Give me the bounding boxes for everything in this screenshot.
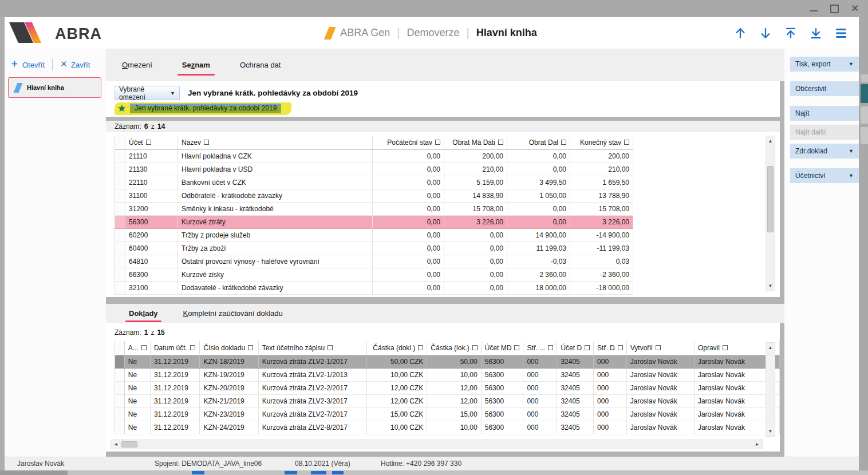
open-button[interactable]: Otevřít xyxy=(10,60,45,70)
column-header[interactable]: Počáteční stav xyxy=(373,136,444,150)
scrollbar-thumb[interactable] xyxy=(121,441,137,448)
maximize-button[interactable] xyxy=(830,5,839,13)
source-document-button[interactable]: Zdr.doklad▼ xyxy=(790,144,859,159)
table-row[interactable]: 21130Hlavní pokladna v USD0,00210,000,00… xyxy=(115,163,633,176)
row-gutter[interactable] xyxy=(115,242,125,255)
row-gutter[interactable] xyxy=(115,369,125,382)
column-filter-box[interactable] xyxy=(435,140,440,145)
row-gutter[interactable] xyxy=(115,382,125,395)
table-row[interactable]: 64810Ostatní provozní výnosy - haléřové … xyxy=(115,255,633,268)
table-row[interactable]: 66300Kurzové zisky0,000,002 360,00-2 360… xyxy=(115,268,633,282)
column-header[interactable]: Název xyxy=(178,136,373,150)
column-header[interactable]: Částka (lok.) xyxy=(427,341,481,355)
column-filter-box[interactable] xyxy=(328,345,333,350)
table-row[interactable]: 60200Tržby z prodeje služeb0,000,0014 90… xyxy=(115,229,633,242)
dock-tab[interactable] xyxy=(861,127,868,144)
ledger-vertical-scrollbar[interactable]: ▲ ▼ xyxy=(766,136,775,291)
table-row[interactable]: 32100Dodavatelé - krátkodobé závazky0,00… xyxy=(115,282,633,295)
row-gutter[interactable] xyxy=(115,176,125,189)
column-filter-box[interactable] xyxy=(190,345,195,350)
column-header[interactable]: A... xyxy=(124,341,150,355)
find-button[interactable]: Najít xyxy=(790,106,859,121)
column-filter-box[interactable] xyxy=(146,140,151,145)
column-filter-box[interactable] xyxy=(548,345,553,350)
close-button[interactable]: ✕ xyxy=(851,4,859,13)
row-gutter[interactable] xyxy=(115,255,125,268)
scroll-left-icon[interactable]: ◄ xyxy=(112,440,120,449)
table-row[interactable]: 31200Směnky k inkasu - krátkodobé0,0015 … xyxy=(115,203,633,216)
table-row[interactable]: 60400Tržby za zboží0,000,0011 199,03-11 … xyxy=(115,242,633,255)
table-row[interactable]: Ne31.12.2019KZN-19/2019Kurzová ztráta ZL… xyxy=(115,369,780,382)
row-gutter[interactable] xyxy=(115,282,125,295)
restriction-chip[interactable]: ★ Jen vybrané krátk. pohledávky za obdob… xyxy=(115,102,291,115)
column-filter-box[interactable] xyxy=(618,345,623,350)
table-row[interactable]: Ne31.12.2019KZN-18/2019Kurzová ztráta ZL… xyxy=(115,355,780,369)
scroll-up-icon[interactable]: ▲ xyxy=(766,343,775,352)
tab-doklady[interactable]: Doklady xyxy=(129,309,158,318)
table-row[interactable]: 56300Kurzové ztráty0,003 226,000,003 226… xyxy=(115,216,633,229)
table-row[interactable]: Ne31.12.2019KZN-20/2019Kurzová ztráta ZL… xyxy=(115,382,780,395)
column-header[interactable]: Stř. D xyxy=(594,341,627,355)
column-filter-box[interactable] xyxy=(514,345,519,350)
scroll-up-icon[interactable]: ▲ xyxy=(766,137,775,145)
row-gutter[interactable] xyxy=(115,189,125,203)
restriction-dropdown[interactable]: Vybrané omezení ▼ xyxy=(115,86,180,100)
arrow-up-icon[interactable] xyxy=(733,26,748,41)
minimize-button[interactable] xyxy=(810,10,818,11)
tab-kompletni-zauctovani[interactable]: Kompletní zaúčtování dokladu xyxy=(183,309,283,318)
table-row[interactable]: Ne31.12.2019KZN-21/2019Kurzová ztráta ZL… xyxy=(115,395,780,408)
arrow-first-icon[interactable] xyxy=(783,26,798,41)
table-row[interactable]: 22110Bankovní účet v CZK0,005 159,003 49… xyxy=(115,176,633,189)
column-filter-box[interactable] xyxy=(498,140,503,145)
column-filter-box[interactable] xyxy=(585,345,590,350)
table-row[interactable]: Ne31.12.2019KZN-23/2019Kurzová ztráta ZL… xyxy=(115,408,780,421)
column-header[interactable]: Datum účt. xyxy=(150,341,200,355)
sidebar-item-hlavni-kniha[interactable]: Hlavní kniha xyxy=(8,77,101,98)
table-row[interactable]: 31100Odběratelé - krátkodobé závazky0,00… xyxy=(115,189,633,203)
table-row[interactable]: 21110Hlavní pokladna v CZK0,00200,000,00… xyxy=(115,150,633,163)
scroll-right-icon[interactable]: ► xyxy=(753,440,762,449)
row-gutter[interactable] xyxy=(115,355,125,369)
tab-ochrana-dat[interactable]: Ochrana dat xyxy=(239,58,282,72)
column-header[interactable]: Číslo dokladu xyxy=(200,341,258,355)
scrollbar-thumb[interactable] xyxy=(767,166,774,232)
close-tab-button[interactable]: Zavřít xyxy=(60,60,90,69)
column-header[interactable]: Částka (dokl.) xyxy=(366,341,427,355)
arrow-last-icon[interactable] xyxy=(808,26,823,41)
table-row[interactable]: Ne31.12.2019KZN-24/2019Kurzová ztráta ZL… xyxy=(115,421,780,434)
column-header[interactable]: Účet D xyxy=(557,341,594,355)
dock-tab[interactable] xyxy=(861,106,868,124)
documents-horizontal-scrollbar[interactable]: ◄ ► xyxy=(111,440,763,449)
column-filter-box[interactable] xyxy=(141,345,147,350)
column-header[interactable]: Stř. ... xyxy=(523,341,557,355)
tab-seznam[interactable]: Seznam xyxy=(181,58,211,72)
row-gutter[interactable] xyxy=(115,408,125,421)
dock-tab[interactable] xyxy=(861,74,868,82)
documents-vertical-scrollbar[interactable]: ▲ ▼ xyxy=(766,342,775,437)
column-filter-box[interactable] xyxy=(418,345,423,350)
row-gutter[interactable] xyxy=(115,229,125,242)
column-filter-box[interactable] xyxy=(656,345,661,350)
column-header[interactable]: Text účetního zápisu xyxy=(258,341,366,355)
scroll-down-icon[interactable]: ▼ xyxy=(766,282,775,290)
arrow-down-icon[interactable] xyxy=(758,26,773,41)
row-gutter[interactable] xyxy=(115,395,125,408)
scroll-down-icon[interactable]: ▼ xyxy=(766,427,775,436)
column-filter-box[interactable] xyxy=(561,140,566,145)
row-gutter[interactable] xyxy=(115,150,125,163)
row-gutter[interactable] xyxy=(115,216,125,229)
column-filter-box[interactable] xyxy=(624,140,629,145)
row-gutter[interactable] xyxy=(115,163,125,176)
print-export-button[interactable]: Tisk, export▼ xyxy=(790,57,859,72)
accounting-button[interactable]: Účetnictví▼ xyxy=(790,168,859,183)
column-header[interactable]: Účet xyxy=(125,136,178,150)
column-filter-box[interactable] xyxy=(472,345,478,350)
column-header[interactable]: Obrat Dal xyxy=(507,136,570,150)
refresh-button[interactable]: Občerstvit xyxy=(790,81,859,96)
column-header[interactable]: Obrat Má Dáti xyxy=(444,136,507,150)
row-gutter[interactable] xyxy=(115,268,125,282)
column-header[interactable]: Konečný stav xyxy=(570,136,633,150)
column-filter-box[interactable] xyxy=(723,345,728,350)
menu-icon[interactable] xyxy=(834,26,849,41)
row-gutter[interactable] xyxy=(115,421,125,434)
